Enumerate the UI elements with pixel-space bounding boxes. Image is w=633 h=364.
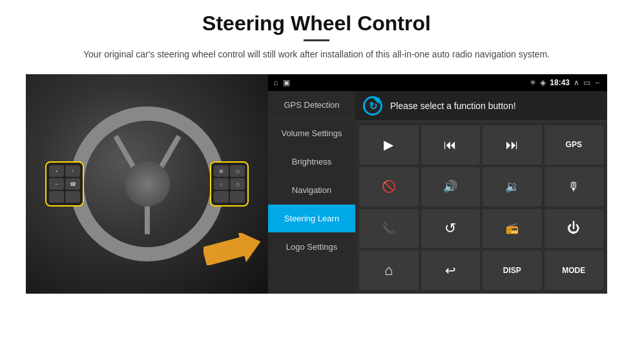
vol-down-button[interactable]: 🔉 <box>483 167 542 207</box>
function-grid: ▶ ⏮ ⏭ GPS 🚫 <box>355 121 607 294</box>
status-left: ⌂ ▣ <box>273 78 290 87</box>
time-display: 18:43 <box>550 78 570 87</box>
mini-btn-1: + <box>49 165 64 177</box>
head-unit: ⌂ ▣ ✳ ◈ 18:43 ∧ ▭ ← GPS Detection <box>268 74 607 294</box>
panel-area: GPS Detection Volume Settings Brightness… <box>268 91 607 294</box>
status-right: ✳ ◈ 18:43 ∧ ▭ ← <box>530 78 602 87</box>
menu-item-brightness[interactable]: Brightness <box>268 148 355 176</box>
loop-button[interactable]: ↺ <box>421 209 481 248</box>
vol-up-icon: 🔊 <box>443 179 457 194</box>
expand-icon: ∧ <box>574 78 579 87</box>
back-icon: ↩ <box>445 263 456 278</box>
title-divider <box>304 39 329 41</box>
menu-item-logo-settings[interactable]: Logo Settings <box>268 233 355 261</box>
mute-icon: 🚫 <box>382 179 396 194</box>
title-section: Steering Wheel Control Your original car… <box>83 12 550 69</box>
mute-button[interactable]: 🚫 <box>359 167 419 207</box>
wheel-hub <box>125 161 170 207</box>
power-button[interactable]: ⏻ <box>545 209 604 248</box>
vol-up-button[interactable]: 🔊 <box>421 167 481 207</box>
mini-btn-9: ○ <box>214 178 229 190</box>
next-button[interactable]: ⏭ <box>483 125 542 165</box>
mini-btn-8: ◇ <box>230 165 245 177</box>
svg-marker-0 <box>203 233 262 265</box>
right-button-cluster: ⊞ ◇ ○ ◇ <box>210 161 249 207</box>
mini-btn-5 <box>49 191 64 203</box>
mini-btn-4: ☎ <box>65 178 80 190</box>
mode-button[interactable]: MODE <box>545 250 604 290</box>
prev-icon: ⏮ <box>444 137 457 152</box>
mini-btn-10: ◇ <box>230 178 245 190</box>
power-icon: ⏻ <box>567 221 580 236</box>
play-button[interactable]: ▶ <box>359 125 419 165</box>
vol-down-icon: 🔉 <box>505 179 519 194</box>
function-panel: ↻ Please select a function button! ▶ ⏮ <box>355 91 607 294</box>
mini-btn-11 <box>214 191 229 203</box>
disp-label: DISP <box>503 266 521 275</box>
loop-icon: ↺ <box>444 220 456 237</box>
steering-wheel-image: + ↑ − ☎ ⊞ ◇ ○ ◇ <box>26 74 268 294</box>
battery-icon: ▭ <box>583 78 590 87</box>
phone-icon: 📞 <box>382 221 396 236</box>
function-header-text: Please select a function button! <box>390 101 516 111</box>
status-bar: ⌂ ▣ ✳ ◈ 18:43 ∧ ▭ ← <box>268 74 607 91</box>
direction-arrow <box>203 233 262 268</box>
home-button[interactable]: ⌂ <box>359 250 419 290</box>
gps-button[interactable]: GPS <box>545 125 604 165</box>
mini-btn-12 <box>230 191 245 203</box>
home-icon: ⌂ <box>384 262 393 279</box>
signal-icon: ◈ <box>540 78 546 87</box>
mini-btn-2: ↑ <box>65 165 80 177</box>
menu-item-gps-detection[interactable]: GPS Detection <box>268 91 355 119</box>
mode-label: MODE <box>562 266 585 275</box>
page-container: Steering Wheel Control Your original car… <box>0 0 633 364</box>
menu-item-navigation[interactable]: Navigation <box>268 176 355 205</box>
page-subtitle: Your original car's steering wheel contr… <box>83 48 550 61</box>
play-icon: ▶ <box>384 137 393 152</box>
mini-btn-3: − <box>49 178 64 190</box>
function-header: ↻ Please select a function button! <box>355 91 607 121</box>
mini-btn-7: ⊞ <box>214 165 229 177</box>
bluetooth-icon: ✳ <box>530 78 536 87</box>
gps-label: GPS <box>566 140 582 149</box>
phone-button[interactable]: 📞 <box>359 209 419 248</box>
home-status-icon: ⌂ <box>273 78 278 87</box>
back-button[interactable]: ↩ <box>421 250 481 290</box>
mini-btn-6 <box>65 191 80 203</box>
page-title: Steering Wheel Control <box>83 12 550 35</box>
radio-button[interactable]: 📻 <box>483 209 542 248</box>
screenshot-icon: ▣ <box>283 78 290 87</box>
next-icon: ⏭ <box>506 137 519 152</box>
prev-button[interactable]: ⏮ <box>421 125 481 165</box>
mic-icon: 🎙 <box>568 180 579 194</box>
content-area: + ↑ − ☎ ⊞ ◇ ○ ◇ <box>26 74 607 294</box>
mic-button[interactable]: 🎙 <box>545 167 604 207</box>
menu-sidebar: GPS Detection Volume Settings Brightness… <box>268 91 355 294</box>
menu-item-volume-settings[interactable]: Volume Settings <box>268 119 355 148</box>
wheel-outer-ring <box>70 106 225 261</box>
back-nav-icon[interactable]: ← <box>594 78 602 87</box>
menu-item-steering-learn[interactable]: Steering Learn <box>268 205 355 233</box>
refresh-icon[interactable]: ↻ <box>363 96 382 116</box>
disp-button[interactable]: DISP <box>483 250 542 290</box>
radio-icon: 📻 <box>506 222 519 234</box>
left-button-cluster: + ↑ − ☎ <box>45 161 84 207</box>
